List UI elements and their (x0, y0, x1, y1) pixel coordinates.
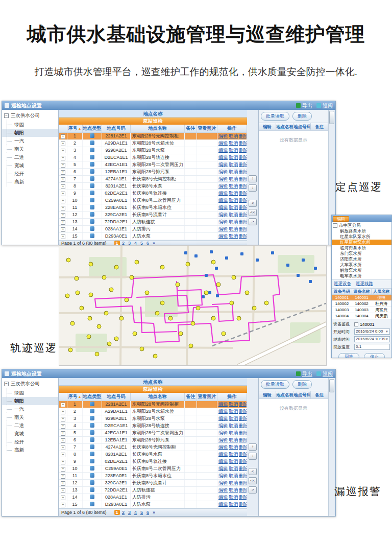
delete-link[interactable]: 删除 (239, 191, 247, 196)
cancel-link[interactable]: 取消 (229, 502, 238, 507)
station-tree-item[interactable]: 红星新村泵水所 (332, 240, 391, 245)
edit-link[interactable]: 编辑 (218, 191, 228, 196)
expand-icon[interactable]: + (61, 220, 65, 225)
column-name[interactable]: 地点名称 (131, 393, 185, 401)
location-row[interactable]: + 3 9298A2E1 东朝阳28号水泵 编辑取消删除 (59, 415, 247, 422)
patrol-point-marker[interactable] (70, 321, 75, 325)
cancel-link[interactable]: 取消 (229, 133, 238, 138)
tree-item-region[interactable]: 高新 (2, 446, 58, 454)
patrol-point-marker[interactable] (232, 275, 236, 279)
expand-icon[interactable]: + (61, 177, 65, 182)
page-number[interactable]: 5 (139, 241, 144, 245)
location-row[interactable]: + 10 C259A0E1 长庆南8号二次管网压力 编辑取消删除 (59, 465, 247, 472)
location-row[interactable]: + 15 D293A0E1 人防水泵 编辑取消删除 (59, 501, 247, 508)
expand-icon[interactable]: + (61, 163, 65, 168)
patrol-point-marker[interactable] (264, 301, 268, 305)
page-number[interactable]: 3 (127, 241, 132, 245)
edit-link[interactable]: 编辑 (218, 198, 228, 203)
cancel-link[interactable]: 取消 (229, 169, 238, 174)
group-header-bar[interactable]: 泵站巡检 (59, 386, 247, 393)
delete-selected-button[interactable]: 删除 (292, 380, 312, 389)
patrol-point-marker[interactable] (204, 291, 208, 295)
tree-item-region[interactable]: 二道 (2, 421, 58, 430)
location-row[interactable]: + 9 02DEA2E1 长庆南8号轨连接 编辑取消删除 (59, 190, 247, 197)
patrol-point-marker[interactable] (97, 324, 101, 328)
location-row[interactable]: + 9 02DEA2E1 长庆南8号轨连接 编辑取消删除 (59, 458, 247, 465)
delete-link[interactable]: 删除 (239, 198, 247, 203)
location-row[interactable]: + 7 4274A1E1 长庆南8号壳阀控制柜 编辑取消删除 (59, 443, 247, 451)
tree-item-region[interactable]: 绿园 (2, 389, 58, 397)
location-row[interactable]: + 8 8201A2E1 长庆南8号水泵 编辑取消删除 (59, 451, 247, 458)
patrol-point-marker[interactable] (75, 276, 79, 280)
device-row[interactable]: 140004 140004 闵庆鹏 (332, 313, 391, 319)
delete-link[interactable]: 删除 (239, 169, 247, 174)
station-tree-item[interactable]: 解放路泵水所 (332, 228, 391, 234)
tree-item-region[interactable]: 朝阳 (2, 129, 58, 137)
delete-link[interactable]: 删除 (239, 502, 247, 507)
tree-item-region[interactable]: 绿园 (2, 121, 58, 129)
patrol-point-marker[interactable] (102, 275, 106, 279)
edit-link[interactable]: 编辑 (218, 452, 228, 457)
patrol-point-marker[interactable] (80, 306, 84, 310)
delete-selected-button[interactable]: 删除 (292, 112, 312, 121)
map-poi-icon[interactable] (205, 274, 208, 277)
map-poi-icon[interactable] (314, 267, 317, 270)
patrol-point-marker[interactable] (66, 258, 70, 262)
patrol-point-marker[interactable] (130, 275, 134, 279)
delete-link[interactable]: 删除 (239, 430, 247, 435)
tree-item-region[interactable]: 经开 (2, 438, 58, 446)
cancel-link[interactable]: 取消 (229, 459, 238, 464)
expand-icon[interactable]: + (61, 206, 65, 210)
delete-link[interactable]: 删除 (239, 148, 247, 153)
location-row[interactable]: + 8 8201A2E1 长庆南8号水泵 编辑取消删除 (59, 182, 247, 190)
edit-link[interactable]: 编辑 (218, 140, 228, 146)
edit-link[interactable]: 编辑 (218, 416, 228, 421)
cancel-link[interactable]: 取消 (229, 452, 238, 457)
patrol-point-marker[interactable] (145, 291, 149, 295)
tree-item-region[interactable]: 南关 (2, 145, 58, 153)
location-row[interactable]: + 11 228EA0E1 长庆南8号水箱水位 编辑取消删除 (59, 472, 247, 479)
patrol-point-marker[interactable] (89, 262, 93, 266)
page-number[interactable]: 2 (121, 241, 126, 245)
tab-patrol-device[interactable]: 巡逻设备 (334, 281, 351, 287)
collapse-icon[interactable]: − (333, 223, 337, 228)
delete-link[interactable]: 删除 (239, 205, 247, 210)
delete-link[interactable]: 删除 (239, 140, 247, 146)
page-number[interactable]: 4 (133, 241, 138, 245)
map-poi-icon[interactable] (194, 254, 198, 257)
edit-link[interactable]: 编辑 (218, 409, 228, 414)
patrol-point-marker[interactable] (153, 354, 157, 358)
expand-icon[interactable]: + (61, 403, 65, 407)
cancel-link[interactable]: 取消 (229, 205, 238, 210)
map-poi-icon[interactable] (256, 259, 259, 262)
edit-link[interactable]: 编辑 (218, 430, 228, 435)
delete-link[interactable]: 删除 (239, 466, 247, 471)
batch-read-button[interactable]: 批量读取 (261, 380, 289, 389)
expand-icon[interactable]: + (61, 445, 65, 450)
expand-icon[interactable]: + (61, 134, 65, 139)
tree-item-region[interactable]: 经开 (2, 170, 58, 178)
expand-icon[interactable]: + (61, 156, 65, 160)
tree-item-region[interactable]: 朝阳 (2, 397, 58, 405)
edit-button[interactable]: 编辑 (333, 216, 349, 222)
map-poi-icon[interactable] (240, 252, 243, 255)
edit-link[interactable]: 编辑 (218, 162, 228, 167)
expand-icon[interactable]: + (61, 474, 65, 479)
device-column-header[interactable]: 设备号码 (332, 289, 352, 295)
delete-link[interactable]: 删除 (239, 155, 247, 160)
move-left-button[interactable]: < (249, 468, 257, 475)
page-number[interactable]: 6 (145, 510, 151, 515)
patrol-point-marker[interactable] (68, 348, 72, 352)
delete-link[interactable]: 删除 (239, 219, 247, 224)
cancel-link[interactable]: 取消 (229, 191, 238, 196)
delete-link[interactable]: 删除 (239, 423, 247, 428)
edit-link[interactable]: 编辑 (218, 480, 228, 485)
device-row[interactable]: 140001 140001 倪明 (332, 295, 391, 301)
column-type[interactable]: 地点类型 (83, 125, 102, 132)
tree-item-region[interactable]: 宽城 (2, 161, 58, 170)
patrol-point-marker[interactable] (211, 316, 215, 320)
page-number[interactable]: 5 (139, 510, 144, 515)
cancel-link[interactable]: 取消 (229, 487, 238, 492)
move-up-button[interactable]: ↑ (249, 175, 257, 182)
location-row[interactable]: + 15 D293A0E1 人防水泵 编辑取消删除 (59, 232, 247, 240)
